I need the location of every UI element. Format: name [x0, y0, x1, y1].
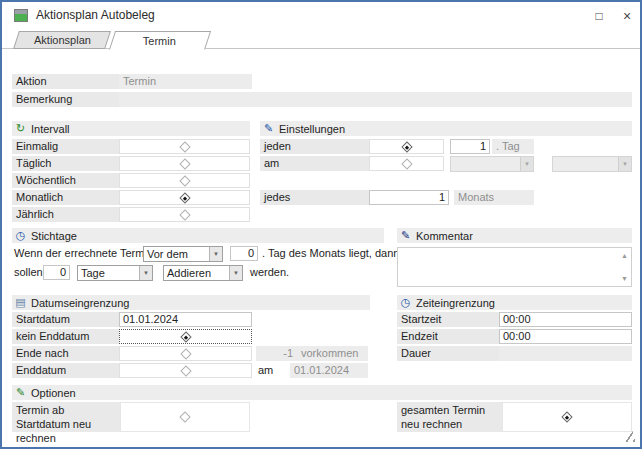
scroll-down-icon[interactable]: ▼ [621, 275, 628, 282]
radio-taeglich[interactable] [119, 156, 250, 171]
enddatum-am-label: am [258, 363, 273, 378]
bemerkung-label: Bemerkung [12, 92, 119, 107]
startzeit-input[interactable]: 00:00 [499, 312, 632, 327]
radio-am[interactable] [369, 156, 444, 171]
unit-dropdown[interactable]: Tage ▼ [77, 265, 153, 281]
tab-aktionsplan-label: Aktionsplan [34, 34, 91, 46]
intervall-group-title: Intervall [31, 123, 70, 135]
jedes-suffix: Monats [454, 190, 534, 205]
key-date-clock-icon: ◷ [14, 229, 27, 242]
radio-diamond [179, 175, 190, 186]
window-title: Aktionsplan Autobeleg [36, 8, 155, 22]
time-clock-icon: ◷ [399, 296, 412, 309]
zeiteingrenzung-group-header: ◷ Zeiteingrenzung [397, 295, 632, 310]
endzeit-label: Endzeit [397, 329, 499, 344]
close-button[interactable]: × [618, 7, 636, 25]
kommentar-textarea[interactable]: ▲ ▼ [397, 247, 632, 287]
radio-diamond [561, 411, 572, 422]
chevron-down-icon: ▼ [209, 247, 222, 261]
vorkommen-count: -1 [256, 346, 297, 361]
am-weekday-dropdown: ▼ [552, 156, 632, 172]
radio-diamond [180, 365, 191, 376]
enddatum-am-value: 01.01.2024 [290, 363, 368, 378]
chevron-down-icon: ▼ [618, 157, 631, 171]
jeden-label: jeden [260, 139, 369, 154]
kein-enddatum-label: kein Enddatum [12, 329, 119, 344]
optionen-group-title: Optionen [31, 387, 76, 399]
sollen-days-input[interactable]: 0 [43, 265, 70, 280]
radio-diamond [401, 158, 412, 169]
radio-jaehrlich[interactable] [119, 207, 250, 222]
radio-diamond [179, 192, 190, 203]
radio-diamond [401, 141, 412, 152]
gesamten-termin-label: gesamten Termin neu rechnen [397, 402, 502, 432]
chevron-down-icon: ▼ [229, 266, 242, 280]
stichtage-line2-prefix: sollen [14, 265, 43, 280]
zeiteingrenzung-group-title: Zeiteingrenzung [416, 297, 495, 309]
maximize-button[interactable]: □ [590, 7, 608, 25]
startdatum-label: Startdatum [12, 312, 119, 327]
stichtage-line1-suffix: . Tag des Monats liegt, dann [262, 246, 399, 261]
comment-pen-icon: ✎ [399, 229, 412, 242]
optionen-group-header: ✎ Optionen [12, 385, 632, 400]
radio-termin-ab-startdatum[interactable] [120, 402, 250, 432]
jedes-label: jedes [260, 190, 369, 205]
radio-ende-nach[interactable] [119, 346, 252, 361]
bemerkung-value [119, 92, 632, 107]
tab-aktionsplan[interactable]: Aktionsplan [13, 31, 111, 49]
stichtage-group-header: ◷ Stichtage [12, 228, 384, 243]
einstellungen-group-header: ✎ Einstellungen [260, 121, 632, 136]
settings-pen-icon: ✎ [262, 122, 275, 135]
interval-refresh-icon: ↻ [14, 122, 27, 135]
calendar-icon: ▤ [14, 296, 27, 309]
radio-diamond [180, 348, 191, 359]
vorkommen-suffix: vorkommen [297, 346, 368, 361]
termin-ab-startdatum-label: Termin ab Startdatum neu rechnen [12, 402, 120, 432]
window-icon [14, 9, 28, 22]
intervall-option-label: Jährlich [12, 207, 119, 222]
intervall-option-label: Täglich [12, 156, 119, 171]
dauer-label: Dauer [397, 346, 499, 361]
radio-diamond [179, 411, 190, 422]
radio-enddatum[interactable] [119, 363, 252, 378]
intervall-group-header: ↻ Intervall [12, 121, 250, 136]
radio-diamond [179, 141, 190, 152]
tab-termin[interactable]: Termin [109, 31, 211, 50]
enddatum-label: Enddatum [12, 363, 119, 378]
endzeit-input[interactable]: 00:00 [499, 329, 632, 344]
tab-bar: Aktionsplan Termin [2, 31, 642, 49]
radio-gesamten-termin[interactable] [502, 402, 632, 432]
am-ordinal-dropdown: ▼ [450, 156, 534, 172]
radio-diamond [179, 158, 190, 169]
jeden-tag-suffix: . Tag [492, 139, 534, 154]
startdatum-input[interactable]: 01.01.2024 [119, 312, 252, 327]
am-label: am [260, 156, 369, 171]
chevron-down-icon: ▼ [139, 266, 152, 280]
jedes-input[interactable]: 1 [369, 190, 449, 205]
stichtag-day-input[interactable]: 0 [230, 246, 258, 261]
radio-monatlich[interactable] [119, 190, 250, 205]
einstellungen-group-title: Einstellungen [279, 123, 345, 135]
radio-kein-enddatum[interactable] [119, 329, 252, 344]
jeden-tag-input[interactable]: 1 [450, 139, 490, 154]
radio-einmalig[interactable] [119, 139, 250, 154]
kommentar-group-title: Kommentar [416, 230, 473, 242]
radio-woechentlich[interactable] [119, 173, 250, 188]
aktion-label: Aktion [12, 74, 119, 89]
stichtage-line1-prefix: Wenn der errechnete Termin [14, 246, 153, 261]
scroll-up-icon[interactable]: ▲ [621, 252, 628, 259]
tab-termin-label: Termin [143, 35, 176, 47]
aktion-value: Termin [119, 74, 252, 89]
intervall-option-label: Einmalig [12, 139, 119, 154]
stichtage-group-title: Stichtage [31, 230, 77, 242]
datumseingrenzung-group-header: ▤ Datumseingrenzung [12, 295, 370, 310]
operation-dropdown[interactable]: Addieren ▼ [163, 265, 243, 281]
vor-dem-dropdown[interactable]: Vor dem ▼ [143, 246, 223, 262]
radio-diamond [179, 209, 190, 220]
options-pen-icon: ✎ [14, 386, 27, 399]
radio-jeden[interactable] [369, 139, 444, 154]
dauer-value [499, 346, 632, 361]
startzeit-label: Startzeit [397, 312, 499, 327]
datumseingrenzung-group-title: Datumseingrenzung [31, 297, 129, 309]
ende-nach-label: Ende nach [12, 346, 119, 361]
